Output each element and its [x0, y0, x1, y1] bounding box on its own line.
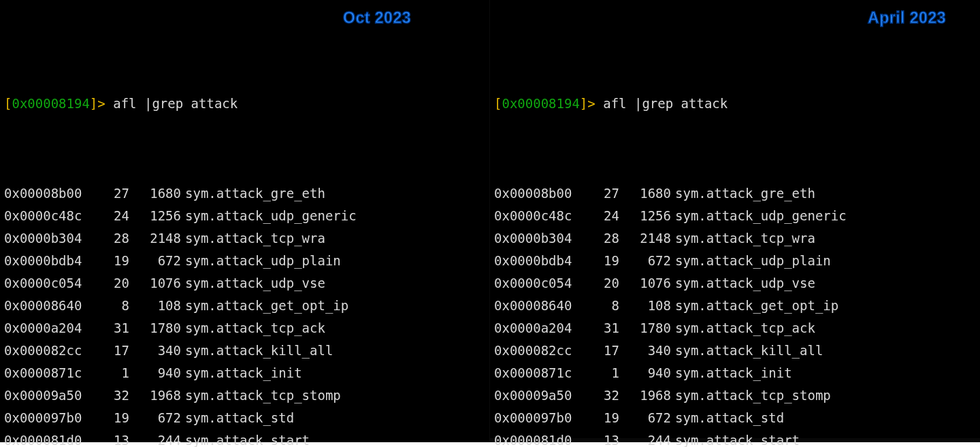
row-address: 0x00008b00: [494, 182, 585, 205]
row-size: 108: [133, 295, 181, 317]
row-nbbs: 27: [95, 182, 129, 205]
row-size: 940: [133, 362, 181, 384]
function-row: 0x000086408108sym.attack_get_opt_ip: [494, 295, 976, 317]
row-address: 0x0000a204: [494, 317, 585, 340]
row-nbbs: 24: [585, 205, 619, 227]
row-nbbs: 19: [95, 407, 129, 429]
row-symbol: sym.attack_tcp_wra: [185, 227, 325, 250]
row-size: 1968: [133, 384, 181, 407]
row-address: 0x00009a50: [4, 384, 95, 407]
row-size: 1680: [133, 182, 181, 205]
prompt-bracket-close: ]: [90, 96, 97, 111]
row-address: 0x000082cc: [4, 340, 95, 362]
row-symbol: sym.attack_init: [185, 362, 302, 384]
terminal-pane-april-2023[interactable]: April 2023 [0x00008194]> afl |grep attac…: [490, 0, 980, 442]
function-row: 0x000086408108sym.attack_get_opt_ip: [4, 295, 485, 317]
row-nbbs: 19: [585, 250, 619, 272]
function-row: 0x0000bdb419672sym.attack_udp_plain: [4, 250, 485, 272]
function-row: 0x0000c48c241256sym.attack_udp_generic: [4, 205, 485, 227]
row-size: 1968: [623, 384, 671, 407]
row-size: 2148: [623, 227, 671, 250]
row-size: 340: [133, 340, 181, 362]
row-symbol: sym.attack_udp_generic: [675, 205, 847, 227]
function-row: 0x000082cc17340sym.attack_kill_all: [494, 340, 976, 362]
row-symbol: sym.attack_gre_eth: [675, 182, 815, 205]
row-size: 2148: [133, 227, 181, 250]
row-address: 0x000082cc: [494, 340, 585, 362]
row-size: 108: [623, 295, 671, 317]
row-address: 0x0000bdb4: [494, 250, 585, 272]
command-text: afl |grep attack: [113, 96, 238, 111]
terminal-pane-oct-2023[interactable]: Oct 2023 [0x00008194]> afl |grep attack …: [0, 0, 490, 442]
row-address: 0x0000c48c: [494, 205, 585, 227]
row-nbbs: 32: [585, 384, 619, 407]
function-row: 0x0000a204311780sym.attack_tcp_ack: [494, 317, 976, 340]
row-address: 0x0000871c: [4, 362, 95, 384]
row-nbbs: 1: [585, 362, 619, 384]
row-nbbs: 28: [95, 227, 129, 250]
function-row: 0x0000c054201076sym.attack_udp_vse: [4, 272, 485, 295]
row-symbol: sym.attack_tcp_stomp: [675, 384, 831, 407]
function-row: 0x0000b304282148sym.attack_tcp_wra: [4, 227, 485, 250]
row-address: 0x0000b304: [4, 227, 95, 250]
row-nbbs: 27: [585, 182, 619, 205]
row-nbbs: 20: [95, 272, 129, 295]
row-nbbs: 24: [95, 205, 129, 227]
terminal-comparison: Oct 2023 [0x00008194]> afl |grep attack …: [0, 0, 980, 442]
row-size: 244: [133, 429, 181, 447]
row-address: 0x0000bdb4: [4, 250, 95, 272]
row-symbol: sym.attack_udp_vse: [675, 272, 815, 295]
row-size: 1680: [623, 182, 671, 205]
row-address: 0x0000871c: [494, 362, 585, 384]
row-size: 940: [623, 362, 671, 384]
row-address: 0x00008640: [494, 295, 585, 317]
row-nbbs: 20: [585, 272, 619, 295]
row-symbol: sym.attack_tcp_wra: [675, 227, 815, 250]
row-address: 0x000097b0: [494, 407, 585, 429]
row-address: 0x00008b00: [4, 182, 95, 205]
function-row: 0x00008b00271680sym.attack_gre_eth: [494, 182, 976, 205]
row-nbbs: 17: [95, 340, 129, 362]
function-row: 0x000082cc17340sym.attack_kill_all: [4, 340, 485, 362]
prompt-bracket-open: [: [4, 96, 12, 111]
function-row: 0x0000c054201076sym.attack_udp_vse: [494, 272, 976, 295]
row-size: 672: [133, 250, 181, 272]
row-nbbs: 8: [585, 295, 619, 317]
row-nbbs: 8: [95, 295, 129, 317]
row-address: 0x00009a50: [494, 384, 585, 407]
row-size: 672: [623, 250, 671, 272]
row-address: 0x0000a204: [4, 317, 95, 340]
function-row: 0x00008b00271680sym.attack_gre_eth: [4, 182, 485, 205]
function-row: 0x0000871c1940sym.attack_init: [494, 362, 976, 384]
overlay-label-april: April 2023: [868, 7, 946, 29]
output-rows-left: 0x00008b00271680sym.attack_gre_eth0x0000…: [4, 182, 485, 447]
row-address: 0x000081d0: [4, 429, 95, 447]
prompt-line-left-top: [0x00008194]> afl |grep attack: [4, 93, 485, 115]
row-size: 1076: [623, 272, 671, 295]
row-nbbs: 19: [95, 250, 129, 272]
row-symbol: sym.attack_start: [185, 429, 310, 447]
row-size: 1076: [133, 272, 181, 295]
row-nbbs: 13: [95, 429, 129, 447]
row-nbbs: 17: [585, 340, 619, 362]
row-size: 672: [623, 407, 671, 429]
row-symbol: sym.attack_init: [675, 362, 792, 384]
row-size: 1780: [133, 317, 181, 340]
row-size: 672: [133, 407, 181, 429]
function-row: 0x000097b019672sym.attack_std: [4, 407, 485, 429]
function-row: 0x000081d013244sym.attack_start: [4, 429, 485, 447]
command-text: afl |grep attack: [603, 96, 728, 111]
row-symbol: sym.attack_udp_plain: [185, 250, 341, 272]
row-symbol: sym.attack_udp_vse: [185, 272, 325, 295]
output-rows-right: 0x00008b00271680sym.attack_gre_eth0x0000…: [494, 182, 976, 447]
function-row: 0x0000a204311780sym.attack_tcp_ack: [4, 317, 485, 340]
row-address: 0x0000c054: [494, 272, 585, 295]
row-symbol: sym.attack_get_opt_ip: [185, 295, 348, 317]
row-symbol: sym.attack_kill_all: [185, 340, 333, 362]
row-nbbs: 1: [95, 362, 129, 384]
row-symbol: sym.attack_tcp_stomp: [185, 384, 341, 407]
row-symbol: sym.attack_std: [675, 407, 784, 429]
function-row: 0x0000bdb419672sym.attack_udp_plain: [494, 250, 976, 272]
function-row: 0x0000c48c241256sym.attack_udp_generic: [494, 205, 976, 227]
row-address: 0x0000c054: [4, 272, 95, 295]
